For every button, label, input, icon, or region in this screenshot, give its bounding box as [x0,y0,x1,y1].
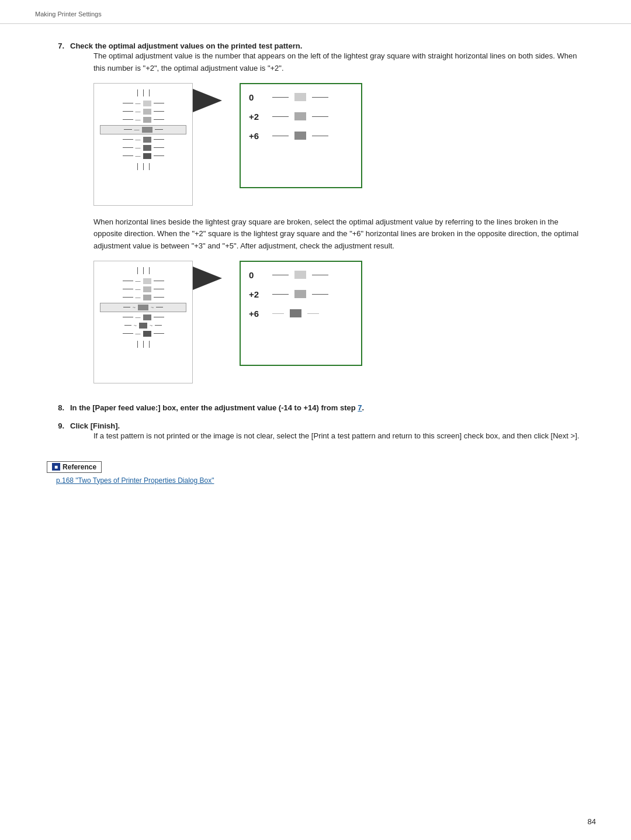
bottom-vert-lines-2 [136,341,151,348]
right-row-2-plus2: +2 [249,289,353,299]
test-row-2b: — [100,286,186,292]
right-label-0: 0 [249,92,266,102]
test-row-2f: ~ ~ [100,323,186,329]
right-panel-1: 0 +2 +6 [240,83,362,188]
reference-icon: ■ [52,463,60,471]
step-9-number: 9. [47,421,64,451]
test-row-1g: — [100,153,186,159]
step-7-para2: When horizontal lines beside the lightes… [93,216,584,253]
test-row-2d-highlighted: ~ ~ [100,303,186,312]
right-panel-2: 0 +2 +6 [240,261,362,366]
page-footer: 84 [588,817,596,826]
step-7-content: Check the optimal adjustment values on t… [70,42,584,394]
test-row-2c: — [100,295,186,300]
test-row-1b: — [100,109,186,115]
test-row-1f: — [100,145,186,151]
step-8-number: 8. [47,403,64,412]
right-row-2-plus6: +6 [249,309,353,319]
right-row-2-0: 0 [249,270,353,280]
left-panel-2: — — — [93,261,193,383]
step-8: 8. In the [Paper feed value:] box, enter… [47,403,584,412]
step-7-body: The optimal adjustment value is the numb… [93,50,584,383]
test-row-2e: — [100,314,186,320]
bottom-vert-lines-1 [136,163,151,170]
test-row-2g: — [100,331,186,337]
step-9-body: If a test pattern is not printed or the … [93,430,584,443]
step-7-title: Check the optimal adjustment values on t… [70,42,584,50]
header-title: Making Printer Settings [35,11,102,18]
top-vert-lines-2 [136,267,151,274]
top-vert-lines-1 [136,89,151,96]
right-label-plus6: +6 [249,131,266,141]
step-7-link[interactable]: 7 [358,403,362,412]
svg-marker-0 [193,89,222,112]
right-label-2-plus2: +2 [249,289,266,299]
diagram-1: — — — [93,83,584,206]
arrow-connector-2 [193,261,240,296]
reference-label: Reference [63,463,96,471]
step-9-para: If a test pattern is not printed or the … [93,430,584,443]
arrow-connector-1 [193,83,240,118]
left-panel-inner-2: — — — [100,267,186,350]
page-header: Making Printer Settings [0,0,631,24]
diagram-2: — — — [93,261,584,383]
right-label-2-plus6: +6 [249,309,266,319]
left-panel-1: — — — [93,83,193,206]
right-row-plus6: +6 [249,131,353,141]
right-label-2-0: 0 [249,270,266,280]
step-7-para1: The optimal adjustment value is the numb… [93,50,584,75]
test-row-1e: — [100,137,186,143]
step-7: 7. Check the optimal adjustment values o… [47,42,584,394]
step-8-title: In the [Paper feed value:] box, enter th… [70,403,584,412]
page-number: 84 [588,817,596,826]
right-row-0: 0 [249,92,353,102]
reference-block: ■ Reference p.168 "Two Types of Printer … [47,461,584,485]
page-content: 7. Check the optimal adjustment values o… [0,24,631,520]
test-row-1d-highlighted: — [100,125,186,134]
arrow-svg-2 [193,261,240,296]
step-9-content: Click [Finish]. If a test pattern is not… [70,421,584,451]
svg-marker-1 [193,267,222,290]
step-8-content: In the [Paper feed value:] box, enter th… [70,403,584,412]
right-row-plus2: +2 [249,112,353,122]
test-row-1c: — [100,117,186,123]
right-label-plus2: +2 [249,112,266,122]
step-7-number: 7. [47,42,64,394]
reference-badge: ■ Reference [47,461,102,473]
left-panel-inner-1: — — — [100,89,186,172]
test-row-2a: — [100,278,186,284]
reference-link[interactable]: p.168 "Two Types of Printer Properties D… [56,476,584,485]
step-9-title: Click [Finish]. [70,421,584,430]
step-8-title-text: In the [Paper feed value:] box, enter th… [70,403,364,412]
arrow-svg-1 [193,83,240,118]
test-row-1a: — [100,101,186,106]
step-9: 9. Click [Finish]. If a test pattern is … [47,421,584,451]
